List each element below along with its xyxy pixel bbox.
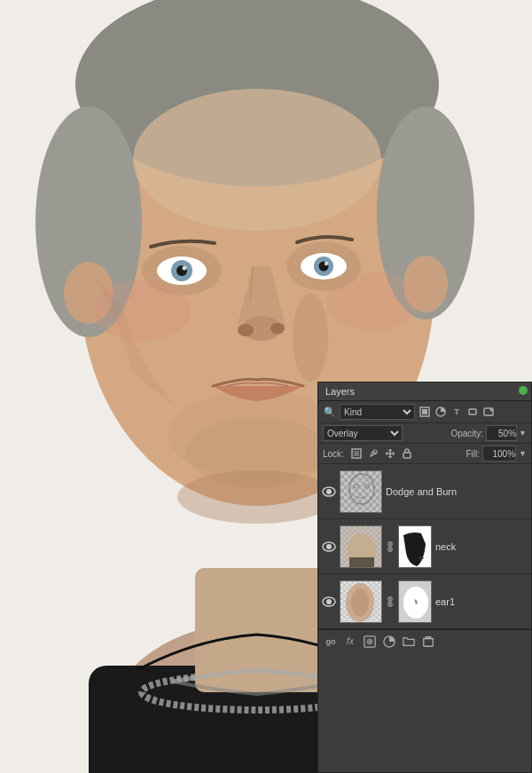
lock-all-icon[interactable] bbox=[400, 446, 414, 461]
svg-point-21 bbox=[325, 262, 328, 265]
status-indicator bbox=[519, 386, 528, 395]
go-to-layer-icon[interactable]: go bbox=[323, 634, 339, 650]
layer-mask-ear1 bbox=[398, 580, 432, 623]
panel-bottom-toolbar: go fx bbox=[318, 629, 531, 652]
add-adjustment-icon[interactable] bbox=[381, 634, 397, 650]
layer-name-ear1: ear1 bbox=[435, 596, 528, 607]
opacity-value-group: ▼ bbox=[486, 425, 527, 441]
layer-mask-neck bbox=[398, 525, 432, 568]
lock-move-icon[interactable] bbox=[383, 446, 397, 461]
fx-icon[interactable]: fx bbox=[342, 634, 358, 650]
lock-pixels-icon[interactable] bbox=[349, 446, 364, 461]
fill-input[interactable] bbox=[482, 446, 516, 461]
fill-chevron-icon[interactable]: ▼ bbox=[519, 449, 527, 458]
svg-rect-32 bbox=[422, 409, 427, 414]
svg-point-70 bbox=[387, 603, 393, 606]
filter-type-icon[interactable]: T bbox=[450, 405, 464, 419]
svg-point-58 bbox=[387, 542, 393, 546]
lock-paint-icon[interactable] bbox=[366, 446, 380, 461]
svg-point-20 bbox=[183, 266, 187, 271]
svg-point-26 bbox=[326, 272, 419, 331]
opacity-chevron-icon[interactable]: ▼ bbox=[519, 429, 527, 438]
svg-point-69 bbox=[387, 597, 393, 601]
eye-visibility-ear1[interactable] bbox=[322, 595, 336, 609]
filter-shape-icon[interactable] bbox=[466, 405, 480, 419]
panel-title: Layers bbox=[325, 386, 355, 397]
svg-point-62 bbox=[326, 599, 332, 604]
layer-thumb-dodge bbox=[340, 470, 382, 513]
svg-point-48 bbox=[326, 544, 332, 549]
svg-rect-38 bbox=[354, 451, 359, 456]
chain-link-neck bbox=[386, 540, 395, 554]
layer-item-dodge-burn[interactable]: Dodge and Burn bbox=[318, 464, 531, 519]
eye-visibility-dodge[interactable] bbox=[322, 485, 336, 499]
panel-header: Layers bbox=[318, 383, 531, 401]
svg-point-74 bbox=[367, 638, 373, 644]
opacity-input[interactable] bbox=[486, 425, 517, 441]
add-folder-icon[interactable] bbox=[401, 634, 417, 650]
svg-point-59 bbox=[387, 548, 393, 551]
layer-name-neck: neck bbox=[435, 541, 528, 552]
blend-opacity-row: Overlay Normal Multiply Screen Soft Ligh… bbox=[318, 423, 531, 444]
svg-rect-40 bbox=[403, 453, 411, 458]
layer-thumb-neck bbox=[340, 525, 382, 568]
layer-item-ear1[interactable]: ear1 bbox=[318, 574, 531, 629]
svg-point-36 bbox=[490, 409, 493, 412]
filter-kind-select[interactable]: Kind Name Effect Mode Attribute Color bbox=[340, 404, 415, 420]
svg-point-23 bbox=[238, 324, 254, 336]
lock-fill-row: Lock: Fill: ▼ bbox=[318, 444, 531, 464]
svg-rect-34 bbox=[469, 409, 476, 414]
filter-row: 🔍 Kind Name Effect Mode Attribute Color … bbox=[318, 401, 531, 423]
svg-point-68 bbox=[351, 588, 369, 617]
svg-point-25 bbox=[93, 280, 191, 342]
filter-pixel-icon[interactable] bbox=[418, 405, 432, 419]
filter-icons: T bbox=[418, 405, 496, 419]
svg-point-42 bbox=[326, 489, 332, 494]
blend-mode-select[interactable]: Overlay Normal Multiply Screen Soft Ligh… bbox=[323, 425, 403, 441]
add-mask-icon[interactable] bbox=[362, 634, 378, 650]
layers-panel: Layers 🔍 Kind Name Effect Mode Attribute… bbox=[317, 382, 532, 773]
eye-visibility-neck[interactable] bbox=[322, 540, 336, 554]
fill-label: Fill: bbox=[466, 449, 481, 459]
svg-rect-76 bbox=[424, 638, 434, 646]
svg-rect-43 bbox=[340, 471, 382, 513]
svg-point-24 bbox=[270, 323, 285, 335]
svg-rect-57 bbox=[349, 557, 374, 568]
layer-name-dodge: Dodge and Burn bbox=[386, 486, 528, 497]
filter-adj-icon[interactable] bbox=[434, 405, 448, 419]
svg-point-9 bbox=[133, 89, 381, 231]
filter-smart-icon[interactable] bbox=[481, 405, 496, 419]
svg-point-29 bbox=[293, 293, 328, 382]
opacity-label: Opacity: bbox=[450, 429, 483, 438]
layer-item-neck[interactable]: neck bbox=[318, 519, 531, 574]
layer-thumb-ear1 bbox=[340, 580, 382, 623]
search-filter-icon: 🔍 bbox=[323, 405, 337, 419]
delete-layer-icon[interactable] bbox=[420, 634, 436, 650]
chain-link-ear1 bbox=[386, 595, 395, 609]
lock-label: Lock: bbox=[323, 449, 344, 459]
